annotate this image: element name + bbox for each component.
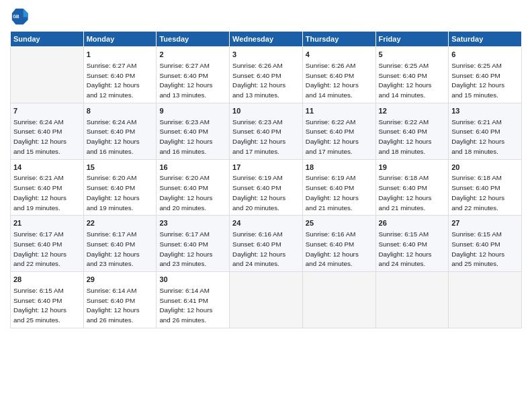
day-info: Sunrise: 6:20 AM Sunset: 6:40 PM Dayligh… [159, 174, 212, 211]
day-number: 25 [306, 218, 373, 228]
day-number: 19 [379, 163, 446, 173]
col-header-thursday: Thursday [302, 32, 375, 47]
day-cell: 9Sunrise: 6:23 AM Sunset: 6:40 PM Daylig… [157, 103, 230, 159]
day-cell: 1Sunrise: 6:27 AM Sunset: 6:40 PM Daylig… [83, 47, 157, 103]
day-info: Sunrise: 6:19 AM Sunset: 6:40 PM Dayligh… [306, 174, 359, 211]
day-number: 13 [451, 106, 519, 116]
day-cell: 18Sunrise: 6:19 AM Sunset: 6:40 PM Dayli… [302, 159, 375, 216]
page: GB SundayMondayTuesdayWednesdayThursdayF… [0, 0, 532, 411]
day-cell: 21Sunrise: 6:17 AM Sunset: 6:40 PM Dayli… [11, 216, 84, 272]
day-info: Sunrise: 6:17 AM Sunset: 6:40 PM Dayligh… [159, 230, 212, 267]
col-header-friday: Friday [375, 32, 449, 47]
day-info: Sunrise: 6:20 AM Sunset: 6:40 PM Dayligh… [87, 174, 140, 211]
day-cell: 25Sunrise: 6:16 AM Sunset: 6:40 PM Dayli… [302, 216, 375, 272]
day-cell: 12Sunrise: 6:22 AM Sunset: 6:40 PM Dayli… [375, 103, 449, 159]
day-cell: 4Sunrise: 6:26 AM Sunset: 6:40 PM Daylig… [302, 47, 375, 103]
day-info: Sunrise: 6:15 AM Sunset: 6:40 PM Dayligh… [13, 287, 66, 324]
day-number: 15 [87, 163, 154, 173]
day-cell: 8Sunrise: 6:24 AM Sunset: 6:40 PM Daylig… [83, 103, 157, 159]
day-number: 18 [306, 163, 373, 173]
week-row-2: 7Sunrise: 6:24 AM Sunset: 6:40 PM Daylig… [11, 103, 522, 159]
day-cell: 17Sunrise: 6:19 AM Sunset: 6:40 PM Dayli… [230, 159, 303, 216]
day-info: Sunrise: 6:21 AM Sunset: 6:40 PM Dayligh… [451, 118, 504, 155]
header: GB [10, 7, 522, 26]
day-number: 20 [451, 163, 519, 173]
day-cell: 5Sunrise: 6:25 AM Sunset: 6:40 PM Daylig… [375, 47, 449, 103]
week-row-3: 14Sunrise: 6:21 AM Sunset: 6:40 PM Dayli… [11, 159, 522, 216]
day-info: Sunrise: 6:17 AM Sunset: 6:40 PM Dayligh… [13, 230, 66, 267]
day-info: Sunrise: 6:14 AM Sunset: 6:40 PM Dayligh… [87, 287, 140, 324]
day-number: 10 [232, 106, 300, 116]
day-cell: 15Sunrise: 6:20 AM Sunset: 6:40 PM Dayli… [83, 159, 157, 216]
col-header-saturday: Saturday [449, 32, 522, 47]
day-info: Sunrise: 6:18 AM Sunset: 6:40 PM Dayligh… [379, 174, 432, 211]
day-cell: 2Sunrise: 6:27 AM Sunset: 6:40 PM Daylig… [157, 47, 230, 103]
day-number: 27 [451, 218, 519, 228]
day-cell: 24Sunrise: 6:16 AM Sunset: 6:40 PM Dayli… [230, 216, 303, 272]
day-number: 8 [87, 106, 154, 116]
week-row-4: 21Sunrise: 6:17 AM Sunset: 6:40 PM Dayli… [11, 216, 522, 272]
svg-marker-1 [24, 9, 28, 17]
day-cell: 11Sunrise: 6:22 AM Sunset: 6:40 PM Dayli… [302, 103, 375, 159]
day-number: 17 [232, 163, 300, 173]
calendar-header-row: SundayMondayTuesdayWednesdayThursdayFrid… [11, 32, 522, 47]
day-cell: 7Sunrise: 6:24 AM Sunset: 6:40 PM Daylig… [11, 103, 84, 159]
day-number: 1 [87, 50, 154, 60]
day-info: Sunrise: 6:27 AM Sunset: 6:40 PM Dayligh… [159, 62, 212, 99]
day-number: 3 [232, 50, 300, 60]
col-header-wednesday: Wednesday [230, 32, 303, 47]
day-cell: 3Sunrise: 6:26 AM Sunset: 6:40 PM Daylig… [230, 47, 303, 103]
day-cell: 19Sunrise: 6:18 AM Sunset: 6:40 PM Dayli… [375, 159, 449, 216]
day-info: Sunrise: 6:16 AM Sunset: 6:40 PM Dayligh… [306, 230, 359, 267]
day-cell: 30Sunrise: 6:14 AM Sunset: 6:41 PM Dayli… [157, 272, 230, 328]
day-number: 6 [451, 50, 519, 60]
day-number: 14 [13, 163, 81, 173]
day-info: Sunrise: 6:16 AM Sunset: 6:40 PM Dayligh… [232, 230, 285, 267]
day-cell: 23Sunrise: 6:17 AM Sunset: 6:40 PM Dayli… [157, 216, 230, 272]
day-info: Sunrise: 6:22 AM Sunset: 6:40 PM Dayligh… [306, 118, 359, 155]
day-cell: 14Sunrise: 6:21 AM Sunset: 6:40 PM Dayli… [11, 159, 84, 216]
day-cell: 20Sunrise: 6:18 AM Sunset: 6:40 PM Dayli… [449, 159, 522, 216]
day-number: 28 [13, 275, 81, 285]
svg-text:GB: GB [13, 14, 19, 19]
day-cell: 29Sunrise: 6:14 AM Sunset: 6:40 PM Dayli… [83, 272, 157, 328]
day-info: Sunrise: 6:25 AM Sunset: 6:40 PM Dayligh… [451, 62, 504, 99]
day-cell: 6Sunrise: 6:25 AM Sunset: 6:40 PM Daylig… [449, 47, 522, 103]
day-info: Sunrise: 6:25 AM Sunset: 6:40 PM Dayligh… [379, 62, 432, 99]
day-number: 9 [159, 106, 226, 116]
day-info: Sunrise: 6:23 AM Sunset: 6:40 PM Dayligh… [232, 118, 285, 155]
col-header-tuesday: Tuesday [157, 32, 230, 47]
day-cell: 26Sunrise: 6:15 AM Sunset: 6:40 PM Dayli… [375, 216, 449, 272]
day-info: Sunrise: 6:14 AM Sunset: 6:41 PM Dayligh… [159, 287, 212, 324]
day-number: 21 [13, 218, 81, 228]
day-cell: 13Sunrise: 6:21 AM Sunset: 6:40 PM Dayli… [449, 103, 522, 159]
col-header-sunday: Sunday [11, 32, 84, 47]
day-cell: 22Sunrise: 6:17 AM Sunset: 6:40 PM Dayli… [83, 216, 157, 272]
day-number: 30 [159, 275, 226, 285]
general-blue-icon: GB [10, 7, 29, 26]
day-cell [375, 272, 449, 328]
day-cell [11, 47, 84, 103]
day-info: Sunrise: 6:18 AM Sunset: 6:40 PM Dayligh… [451, 174, 504, 211]
day-number: 12 [379, 106, 446, 116]
day-number: 22 [87, 218, 154, 228]
day-number: 4 [306, 50, 373, 60]
day-number: 7 [13, 106, 81, 116]
day-number: 16 [159, 163, 226, 173]
day-cell: 27Sunrise: 6:15 AM Sunset: 6:40 PM Dayli… [449, 216, 522, 272]
day-number: 5 [379, 50, 446, 60]
day-info: Sunrise: 6:26 AM Sunset: 6:40 PM Dayligh… [306, 62, 359, 99]
day-cell: 28Sunrise: 6:15 AM Sunset: 6:40 PM Dayli… [11, 272, 84, 328]
day-cell [302, 272, 375, 328]
day-cell: 10Sunrise: 6:23 AM Sunset: 6:40 PM Dayli… [230, 103, 303, 159]
day-info: Sunrise: 6:24 AM Sunset: 6:40 PM Dayligh… [13, 118, 66, 155]
day-info: Sunrise: 6:27 AM Sunset: 6:40 PM Dayligh… [87, 62, 140, 99]
day-info: Sunrise: 6:15 AM Sunset: 6:40 PM Dayligh… [451, 230, 504, 267]
day-info: Sunrise: 6:21 AM Sunset: 6:40 PM Dayligh… [13, 174, 66, 211]
calendar-table: SundayMondayTuesdayWednesdayThursdayFrid… [10, 31, 522, 328]
week-row-5: 28Sunrise: 6:15 AM Sunset: 6:40 PM Dayli… [11, 272, 522, 328]
day-number: 24 [232, 218, 300, 228]
day-cell [449, 272, 522, 328]
day-number: 2 [159, 50, 226, 60]
day-cell [230, 272, 303, 328]
